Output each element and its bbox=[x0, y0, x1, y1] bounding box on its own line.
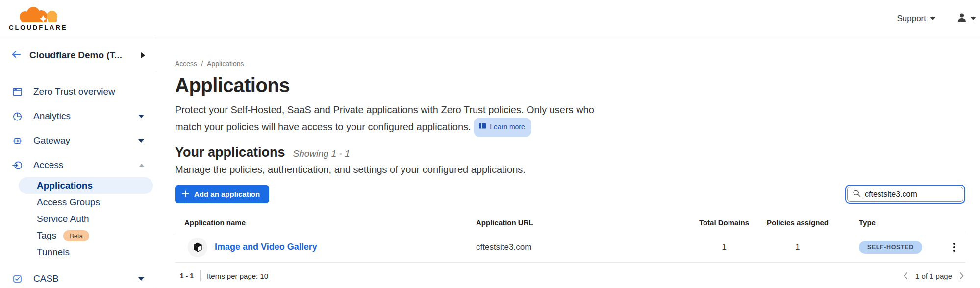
sidebar-item-tags[interactable]: Tags Beta bbox=[0, 227, 155, 244]
column-type: Type bbox=[839, 218, 942, 227]
breadcrumb-access[interactable]: Access bbox=[175, 60, 197, 68]
total-domains-value: 1 bbox=[692, 243, 756, 252]
sidebar-item-casb[interactable]: CASB bbox=[0, 266, 155, 288]
add-application-label: Add an application bbox=[194, 190, 260, 198]
page-description: Protect your Self-Hosted, SaaS and Priva… bbox=[175, 102, 606, 137]
sidebar: Cloudflare Demo (T... Zero Trust overvie… bbox=[0, 37, 155, 288]
table-row: Image and Video Gallery cftestsite3.com … bbox=[175, 232, 965, 263]
sidebar-item-label: CASB bbox=[33, 273, 138, 284]
sidebar-item-label: Analytics bbox=[33, 111, 138, 121]
search-icon bbox=[853, 189, 861, 199]
learn-more-label: Learn more bbox=[490, 120, 525, 135]
breadcrumb-applications[interactable]: Applications bbox=[207, 60, 244, 68]
sidebar-item-label: Applications bbox=[37, 180, 93, 191]
expand-right-icon[interactable] bbox=[141, 52, 145, 58]
applications-table: Application name Application URL Total D… bbox=[175, 214, 965, 281]
items-per-page: Items per page: 10 bbox=[207, 272, 268, 280]
support-label: Support bbox=[897, 14, 926, 24]
application-name-link[interactable]: Image and Video Gallery bbox=[215, 242, 317, 252]
cloudflare-cloud-icon bbox=[14, 6, 63, 24]
beta-badge: Beta bbox=[63, 230, 89, 241]
application-url: cftestsite3.com bbox=[469, 242, 692, 252]
sidebar-item-label: Tunnels bbox=[37, 247, 70, 258]
section-heading: Your applications bbox=[175, 145, 285, 160]
table-header: Application name Application URL Total D… bbox=[175, 214, 965, 232]
chevron-down-icon bbox=[138, 115, 144, 118]
plus-icon bbox=[182, 190, 189, 199]
sidebar-item-label: Gateway bbox=[33, 135, 138, 146]
cloudflare-logo[interactable]: CLOUDFLARE bbox=[9, 6, 68, 31]
column-application-url: Application URL bbox=[469, 218, 692, 227]
sidebar-nav: Zero Trust overview Analytics bbox=[0, 73, 155, 288]
sidebar-item-analytics[interactable]: Analytics bbox=[0, 104, 155, 128]
row-actions-kebab-menu[interactable] bbox=[951, 241, 957, 254]
sidebar-item-label: Zero Trust overview bbox=[33, 86, 144, 97]
cloudflare-logo-text: CLOUDFLARE bbox=[9, 24, 68, 31]
sidebar-item-access[interactable]: Access bbox=[0, 153, 155, 177]
footer-divider bbox=[200, 270, 201, 281]
app-cube-icon bbox=[188, 238, 207, 257]
column-total-domains: Total Domains bbox=[692, 218, 756, 227]
breadcrumb-separator: / bbox=[201, 60, 203, 68]
breadcrumb: Access / Applications bbox=[175, 60, 965, 68]
column-policies-assigned: Policies assigned bbox=[756, 218, 839, 227]
gateway-icon bbox=[12, 136, 23, 146]
pie-chart-icon bbox=[12, 111, 23, 121]
page-title: Applications bbox=[175, 74, 965, 96]
book-icon bbox=[479, 120, 486, 135]
dashboard-window-icon bbox=[12, 87, 23, 97]
section-subtext: Manage the policies, authentication, and… bbox=[175, 162, 965, 177]
sidebar-item-label: Access bbox=[33, 160, 139, 170]
sidebar-item-tunnels[interactable]: Tunnels bbox=[0, 244, 155, 261]
back-arrow-icon[interactable] bbox=[11, 49, 22, 62]
column-application-name: Application name bbox=[175, 218, 469, 227]
next-page-icon[interactable] bbox=[959, 272, 964, 280]
table-footer: 1 - 1 Items per page: 10 1 of 1 page bbox=[175, 263, 965, 281]
top-bar: CLOUDFLARE Support bbox=[0, 0, 980, 37]
account-name: Cloudflare Demo (T... bbox=[29, 50, 133, 61]
main-content: Access / Applications Applications Prote… bbox=[155, 37, 980, 288]
account-switcher[interactable]: Cloudflare Demo (T... bbox=[0, 37, 155, 73]
pagination: 1 of 1 page bbox=[903, 272, 964, 280]
search-box bbox=[845, 185, 965, 204]
chevron-down-icon bbox=[138, 139, 144, 143]
sidebar-item-label: Tags bbox=[37, 230, 56, 241]
sidebar-item-zero-trust-overview[interactable]: Zero Trust overview bbox=[0, 79, 155, 104]
chevron-down-icon bbox=[970, 17, 976, 20]
page-status: 1 of 1 page bbox=[915, 272, 952, 280]
sidebar-item-label: Service Auth bbox=[37, 214, 89, 224]
toolbar: Add an application bbox=[175, 185, 965, 204]
search-input[interactable] bbox=[865, 190, 958, 199]
add-application-button[interactable]: Add an application bbox=[175, 185, 269, 203]
sidebar-item-gateway[interactable]: Gateway bbox=[0, 128, 155, 153]
user-account-menu[interactable] bbox=[956, 12, 976, 25]
chevron-down-icon bbox=[138, 277, 144, 281]
items-range: 1 - 1 bbox=[180, 272, 194, 280]
login-arrow-icon bbox=[12, 160, 23, 170]
user-avatar-icon bbox=[956, 12, 967, 25]
previous-page-icon[interactable] bbox=[903, 272, 908, 280]
sidebar-item-applications[interactable]: Applications bbox=[19, 177, 153, 194]
support-menu[interactable]: Support bbox=[897, 14, 936, 24]
sidebar-item-label: Access Groups bbox=[37, 197, 100, 208]
sidebar-item-service-auth[interactable]: Service Auth bbox=[0, 211, 155, 227]
access-submenu: Applications Access Groups Service Auth … bbox=[0, 177, 155, 261]
checkbox-check-icon bbox=[12, 274, 23, 284]
showing-count: Showing 1 - 1 bbox=[293, 148, 350, 159]
policies-assigned-value: 1 bbox=[756, 243, 839, 252]
learn-more-button[interactable]: Learn more bbox=[474, 118, 531, 137]
sidebar-item-access-groups[interactable]: Access Groups bbox=[0, 194, 155, 211]
chevron-down-icon bbox=[930, 17, 936, 20]
chevron-up-icon bbox=[139, 164, 144, 167]
type-badge: SELF-HOSTED bbox=[859, 241, 922, 254]
